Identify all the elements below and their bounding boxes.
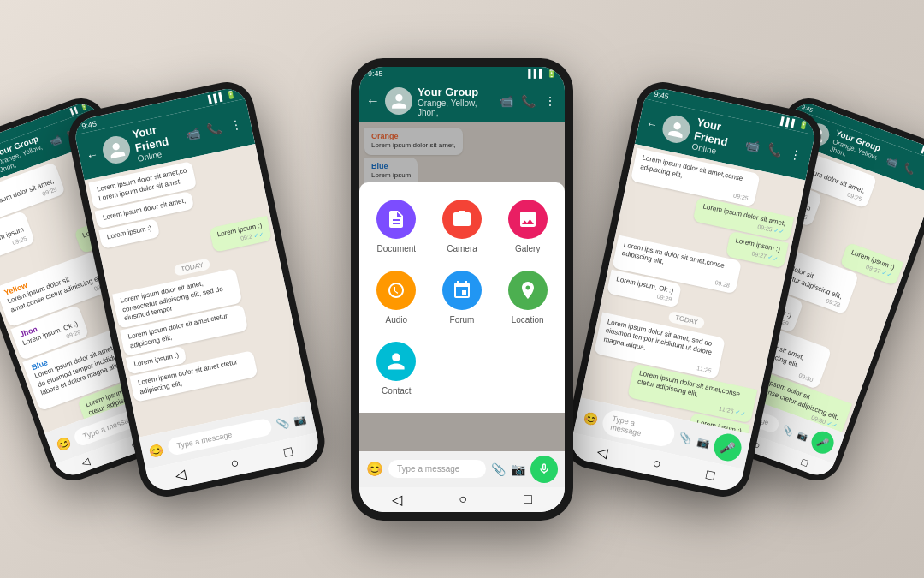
input-placeholder: Type a message (175, 430, 233, 450)
header-icons: 📹 📞 ⋮ (743, 136, 805, 164)
attach-gallery[interactable]: Galery (503, 200, 552, 253)
recent-nav[interactable]: □ (800, 456, 810, 469)
camera-icon: 📷 (797, 428, 809, 440)
video-icon: 📹 (183, 124, 201, 142)
camera-icon: 📷 (696, 434, 711, 449)
contact-icon (376, 342, 416, 381)
audio-label: Audio (386, 315, 408, 325)
camera-icon (442, 200, 482, 239)
input-bar: 😊 Type a message 📎 📷 (359, 451, 565, 487)
attach-audio[interactable]: Audio (372, 271, 421, 325)
input-placeholder: Type a message (609, 414, 667, 442)
screen-center: 9:45 ▌▌▌ 🔋 ← Your Group Orange, Yellow, … (359, 67, 565, 512)
recent-nav[interactable]: □ (282, 443, 293, 460)
attach-icon: 📎 (678, 431, 693, 445)
recent-nav[interactable]: □ (524, 492, 532, 507)
emoji-icon[interactable]: 😊 (366, 461, 383, 477)
forum-icon (442, 271, 482, 310)
attach-forum[interactable]: Forum (438, 271, 487, 325)
status-bar: 9:45 ▌▌▌ 🔋 (359, 67, 565, 80)
emoji-icon: 😊 (148, 442, 165, 458)
home-nav[interactable]: ○ (651, 455, 662, 472)
nav-bar: ◁ ○ □ (359, 487, 565, 512)
back-arrow: ← (366, 93, 380, 109)
more-icon: ⋮ (920, 166, 924, 182)
back-arrow: ← (85, 146, 99, 163)
camera-icon: 📷 (293, 412, 308, 426)
mic-button[interactable]: 🎤 (808, 428, 837, 456)
attach-document[interactable]: Document (372, 200, 421, 253)
avatar (385, 87, 412, 115)
call-icon: 📞 (765, 140, 783, 158)
message-sent: Lorem ipsum :) 09:2 ✓✓ (209, 215, 272, 252)
attach-location[interactable]: Location (503, 271, 552, 325)
gallery-icon (508, 200, 548, 239)
header-info: Your Friend Online (131, 118, 184, 163)
avatar (100, 134, 133, 166)
signal-icons: ▌▌▌ 🔋 (528, 69, 556, 78)
contact-label: Contact (382, 386, 411, 396)
camera-label: Camera (447, 244, 477, 253)
video-icon: 📹 (498, 93, 513, 109)
attach-icon: 📎 (782, 423, 795, 435)
header-info: Your Group Orange, Yellow, Jhon, (418, 86, 493, 118)
home-nav[interactable]: ○ (459, 492, 467, 507)
header: ← Your Group Orange, Yellow, Jhon, 📹 📞 ⋮ (359, 80, 565, 123)
attach-contact[interactable]: Contact (372, 342, 421, 396)
attach-icon[interactable]: 📎 (491, 462, 506, 476)
mic-button[interactable] (530, 456, 558, 483)
msg-text: Lorem ipsum :) (106, 223, 152, 241)
video-icon: 📹 (48, 133, 63, 148)
mic-button[interactable]: 🎤 (712, 431, 744, 463)
header-icons: 📹 📞 ⋮ (498, 93, 558, 109)
back-nav[interactable]: ◁ (392, 492, 402, 508)
call-icon: 📞 (205, 120, 223, 138)
call-icon: 📞 (520, 93, 536, 109)
recent-nav[interactable]: □ (705, 466, 716, 483)
more-icon: ⋮ (227, 115, 245, 133)
video-icon: 📹 (743, 136, 761, 154)
camera-icon[interactable]: 📷 (511, 462, 525, 476)
time: 9:45 (80, 119, 97, 130)
emoji-icon: 😊 (583, 409, 600, 426)
location-icon (508, 271, 548, 310)
attach-icon: 📎 (275, 416, 290, 431)
document-label: Document (377, 244, 417, 253)
header-info: Your Friend Online (691, 115, 744, 159)
avatar (660, 112, 692, 145)
time: 9:45 (368, 69, 383, 78)
gallery-label: Galery (515, 244, 540, 253)
home-nav[interactable]: ○ (229, 454, 240, 471)
header-icons: 📹 📞 ⋮ (183, 115, 245, 142)
call-icon: 📞 (902, 160, 917, 176)
audio-icon (376, 271, 416, 310)
back-nav[interactable]: ◁ (174, 465, 187, 483)
chat-subtitle: Orange, Yellow, Jhon, (418, 98, 493, 117)
back-nav[interactable]: ◁ (80, 455, 92, 468)
message-received: Blue Lorem ipsum 09:25 (0, 211, 36, 260)
today-badge: TODAY (173, 258, 211, 277)
location-label: Location (512, 315, 544, 325)
today-badge: TODAY (667, 310, 706, 329)
message-input[interactable]: Type a message (388, 460, 486, 478)
time: 9:45 (653, 89, 669, 100)
input-placeholder: Type a message (397, 464, 459, 474)
more-icon: ⋮ (787, 146, 805, 164)
chat-area: Orange Lorem ipsum dolor sit amet, Blue … (359, 122, 565, 450)
phone-center: 9:45 ▌▌▌ 🔋 ← Your Group Orange, Yellow, … (351, 58, 573, 521)
document-icon (376, 200, 416, 239)
video-icon: 📹 (885, 153, 900, 169)
attach-camera[interactable]: Camera (438, 200, 487, 253)
attach-menu: Document Camera Galery (359, 182, 565, 413)
more-icon: ⋮ (542, 93, 558, 109)
back-nav[interactable]: ◁ (596, 443, 610, 461)
emoji-icon: 😊 (54, 434, 72, 452)
forum-label: Forum (450, 315, 475, 325)
msg-text: Lorem ipsum :) (133, 351, 180, 369)
chat-title: Your Group (418, 86, 493, 99)
back-arrow: ← (645, 116, 660, 132)
